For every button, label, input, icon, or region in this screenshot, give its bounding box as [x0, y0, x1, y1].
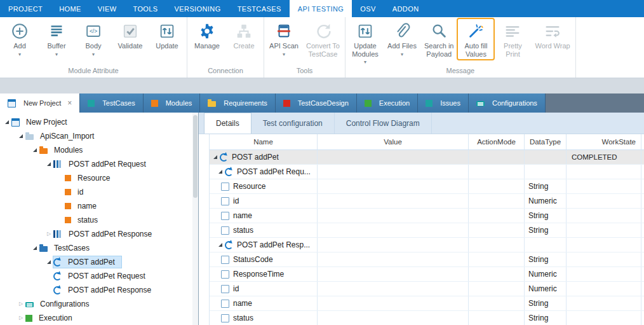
document-tab[interactable]: Modules	[144, 93, 201, 113]
tree-item[interactable]: POST addPet Response	[0, 227, 198, 241]
refresh-icon[interactable]	[225, 241, 233, 249]
cell-actionmode[interactable]	[469, 282, 525, 296]
table-row[interactable]: ResponseTime Numeric	[210, 267, 644, 282]
ribbon-button[interactable]: Convert To TestCase	[303, 19, 343, 59]
tree-item[interactable]: New Project	[0, 115, 198, 129]
menu-tab[interactable]: VERSIONING	[166, 0, 229, 17]
ribbon-button[interactable]: Update Modules	[347, 19, 383, 64]
document-tab[interactable]: TestCaseDesign	[276, 93, 357, 113]
ribbon-button[interactable]: Add Files	[384, 19, 420, 57]
table-row[interactable]: Resource String	[210, 179, 644, 194]
table-row[interactable]: id Numeric	[210, 282, 644, 296]
cell-actionmode[interactable]	[469, 223, 525, 237]
tree-expander-icon[interactable]	[30, 146, 39, 155]
tree-item[interactable]: Configurations	[0, 297, 198, 311]
details-tab[interactable]: Control Flow Diagram	[335, 113, 432, 134]
table-row[interactable]: POST addPet Resp...	[210, 238, 644, 252]
document-tab[interactable]: Execution	[357, 93, 418, 113]
table-row[interactable]: id Numeric	[210, 194, 644, 209]
cb-icon[interactable]	[221, 314, 229, 322]
ribbon-button[interactable]: Buffer	[39, 19, 74, 57]
cell-value[interactable]	[318, 223, 469, 237]
cell-value[interactable]	[318, 311, 469, 325]
document-tab[interactable]: New Project ×	[0, 93, 80, 113]
cell-datatype[interactable]: String	[525, 223, 567, 237]
cell-actionmode[interactable]	[469, 165, 525, 179]
table-row[interactable]: status String	[210, 223, 644, 238]
menu-tab[interactable]: TOOLS	[124, 0, 166, 17]
row-expander-icon[interactable]	[216, 167, 225, 176]
table-row[interactable]: POST addPet Requ...	[210, 165, 644, 179]
cell-datatype[interactable]: Numeric	[525, 267, 567, 281]
tree-expander-icon[interactable]	[3, 118, 11, 127]
tree-expander-icon[interactable]	[44, 230, 53, 239]
cb-icon[interactable]	[221, 270, 229, 279]
document-tab[interactable]: TestCases	[80, 93, 143, 113]
menu-tab[interactable]: OSV	[352, 0, 384, 17]
cell-datatype[interactable]: String	[525, 179, 567, 193]
ribbon-button[interactable]: Update	[149, 19, 185, 52]
tree-item[interactable]: status	[0, 213, 198, 227]
ribbon-button[interactable]: Body	[76, 19, 111, 57]
tree-scrollbar-thumb[interactable]	[193, 115, 198, 198]
tree-item[interactable]: Resource	[0, 171, 198, 185]
cell-actionmode[interactable]	[469, 209, 525, 223]
cell-datatype[interactable]	[525, 238, 567, 252]
cell-actionmode[interactable]	[469, 238, 525, 252]
tree-scrollbar[interactable]	[192, 113, 198, 325]
cell-value[interactable]	[318, 282, 469, 296]
cell-value[interactable]	[318, 165, 469, 179]
details-tab[interactable]: Test configuration	[252, 113, 335, 134]
tree-item[interactable]: Modules	[0, 143, 198, 157]
cb-icon[interactable]	[221, 212, 229, 220]
ribbon-button[interactable]: Pretty Print	[495, 19, 530, 59]
ribbon-button[interactable]: Validate	[112, 19, 148, 52]
tree-item[interactable]: ApiScan_Import	[0, 129, 198, 143]
ribbon-button[interactable]: Add	[2, 19, 37, 57]
cell-value[interactable]	[318, 252, 469, 266]
cell-datatype[interactable]: Numeric	[525, 194, 567, 208]
table-row[interactable]: name String	[210, 209, 644, 223]
menu-tab[interactable]: TESTCASES	[229, 0, 290, 17]
tree-item[interactable]: name	[0, 199, 198, 213]
tree-item[interactable]: POST addPet	[0, 255, 198, 269]
cb-icon[interactable]	[221, 197, 229, 205]
cb-icon[interactable]	[221, 300, 229, 308]
tree-item[interactable]: POST addPet Response	[0, 283, 198, 297]
tree-item[interactable]: Execution	[0, 311, 198, 325]
tree-expander-icon[interactable]	[17, 132, 25, 141]
table-row[interactable]: status String	[210, 311, 644, 325]
tree-expander-icon[interactable]	[17, 314, 25, 322]
document-tab[interactable]: Requirements	[200, 93, 275, 113]
cell-datatype[interactable]: String	[525, 296, 567, 310]
cell-datatype[interactable]	[525, 165, 567, 179]
row-expander-icon[interactable]	[211, 153, 220, 162]
cell-actionmode[interactable]	[469, 252, 525, 266]
menu-tab[interactable]: API TESTING	[290, 0, 352, 17]
tree-expander-icon[interactable]	[44, 258, 53, 266]
cell-actionmode[interactable]	[469, 194, 525, 208]
table-row[interactable]: StatusCode String	[210, 252, 644, 267]
table-row[interactable]: name String	[210, 296, 644, 311]
cb-icon[interactable]	[221, 183, 229, 191]
cell-actionmode[interactable]	[469, 311, 525, 325]
tree-expander-icon[interactable]	[44, 160, 53, 169]
cell-value[interactable]	[318, 179, 469, 193]
tree-item[interactable]: POST addPet Request	[0, 157, 198, 171]
details-tab[interactable]: Details	[204, 113, 252, 134]
tree-expander-icon[interactable]	[30, 244, 39, 252]
cell-value[interactable]	[318, 194, 469, 208]
cell-actionmode[interactable]	[469, 179, 525, 193]
cell-actionmode[interactable]	[469, 150, 525, 164]
tree-item[interactable]: TestCases	[0, 241, 198, 255]
cell-value[interactable]	[318, 267, 469, 281]
ribbon-button[interactable]: Auto fill Values	[458, 19, 493, 59]
refresh-icon[interactable]	[225, 168, 233, 176]
ribbon-button[interactable]: Search in Payload	[421, 19, 457, 59]
tree-item[interactable]: id	[0, 185, 198, 199]
document-tab[interactable]: Issues	[418, 93, 469, 113]
tree-item[interactable]: POST addPet Request	[0, 269, 198, 283]
tree-expander-icon[interactable]	[17, 300, 25, 308]
cell-value[interactable]	[318, 296, 469, 310]
cell-value[interactable]	[318, 150, 469, 164]
